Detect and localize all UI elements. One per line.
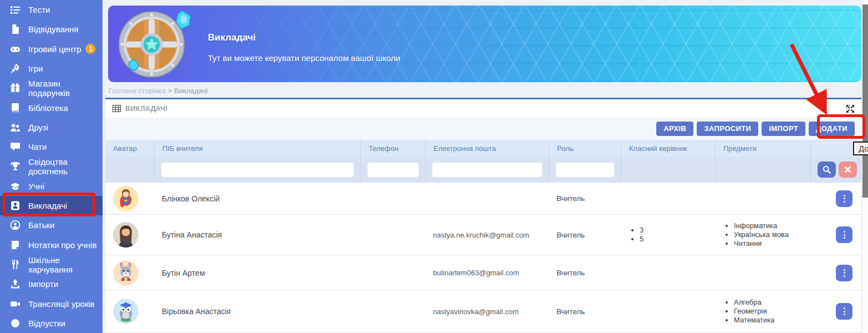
- clear-filter-button[interactable]: [839, 162, 857, 178]
- avatar: [113, 186, 139, 211]
- teachers-admin-page: { "sidebar": { "items": [ { "label": "Те…: [0, 0, 868, 333]
- column-header-avatar[interactable]: Аватар: [105, 140, 154, 157]
- vertical-scrollbar[interactable]: [861, 0, 868, 333]
- row-actions-button[interactable]: [836, 265, 852, 281]
- filter-cell-avatar: [105, 157, 154, 183]
- circle-icon: [10, 318, 21, 329]
- filter-actions: [810, 157, 861, 183]
- tests-icon: [10, 4, 21, 15]
- sidebar-item-students[interactable]: Учні: [0, 176, 103, 196]
- sidebar-item-library[interactable]: Бібліотека: [0, 98, 103, 117]
- sidebar-item-parents[interactable]: Батьки: [0, 215, 103, 235]
- expand-icon[interactable]: [846, 105, 854, 113]
- row-actions-button[interactable]: [836, 226, 852, 243]
- filter-cell-subjects: [715, 157, 810, 183]
- attendance-icon: [10, 24, 21, 34]
- sidebar-item-label: Шкільне харчування: [28, 255, 103, 274]
- sidebar-item-teachers[interactable]: Викладачі: [0, 196, 103, 215]
- teacher-phone: [360, 183, 425, 214]
- breadcrumb-home-link[interactable]: Головна сторінка: [109, 87, 166, 95]
- banner-title: Викладачі: [208, 32, 256, 43]
- sidebar-item-gift-shop[interactable]: Магазин подарунків: [0, 78, 103, 98]
- book-icon: [10, 103, 21, 113]
- class-item: 5: [640, 235, 644, 244]
- avatar: [113, 299, 139, 324]
- sidebar-item-student-notes[interactable]: Нотатки про учнів: [0, 235, 103, 255]
- sidebar-item-lesson-broadcasts[interactable]: Трансляції уроків: [0, 294, 103, 313]
- table-row[interactable]: Бутін Артем butinartem063@gmail.com Вчит…: [105, 255, 861, 291]
- row-actions-button[interactable]: [836, 190, 852, 207]
- teacher-email: nastyaviriovka@gmail.com: [425, 291, 549, 332]
- subject-item: Читання: [734, 239, 789, 248]
- subject-item: Математика: [734, 316, 774, 325]
- row-actions-button[interactable]: [836, 303, 852, 320]
- sidebar-item-label: Чати: [28, 142, 47, 152]
- rocket-icon: [10, 63, 21, 74]
- teacher-classes: [621, 183, 715, 214]
- sidebar-item-attendance[interactable]: Відвідування: [0, 19, 103, 39]
- archive-button[interactable]: АРХІВ: [656, 122, 693, 136]
- sidebar-item-label: Викладачі: [28, 201, 67, 210]
- teacher-role: Вчитель: [549, 215, 621, 255]
- sidebar-item-label: Ігровий центр: [28, 44, 81, 54]
- column-header-name[interactable]: ПІБ вчителя: [154, 140, 360, 157]
- chat-icon: [10, 142, 21, 152]
- scrollbar-thumb[interactable]: [862, 4, 868, 198]
- teacher-classes: [621, 255, 715, 290]
- sidebar-item-games[interactable]: Ігри: [0, 59, 103, 78]
- breadcrumb-separator: >: [168, 87, 172, 95]
- video-camera-icon: [10, 299, 21, 309]
- table-header-row: Аватар ПІБ вчителя Телефон Електронна по…: [105, 140, 861, 157]
- teacher-email: butinartem063@gmail.com: [425, 255, 549, 290]
- add-button[interactable]: ДОДАТИ: [809, 122, 855, 136]
- sidebar-item-label: Свідоцтва досягнень: [28, 157, 103, 176]
- column-header-email[interactable]: Електронна пошта: [425, 140, 549, 157]
- sidebar-item-tests[interactable]: Тести: [0, 0, 103, 19]
- table-row[interactable]: Блінков Олексій Вчитель: [105, 183, 861, 215]
- close-icon: [845, 167, 851, 173]
- sidebar-item-vacations[interactable]: Відпустки: [0, 314, 103, 333]
- invite-button[interactable]: ЗАПРОСИТИ: [697, 122, 758, 136]
- search-icon: [823, 165, 831, 174]
- sidebar-item-friends[interactable]: Друзі: [0, 118, 103, 137]
- avatar: [113, 260, 139, 286]
- table-row[interactable]: Бутіна Анастасія nastya.ne.kruchik@gmail…: [105, 215, 861, 255]
- upload-icon: [10, 279, 21, 289]
- sidebar-item-certificates[interactable]: Свідоцтва досягнень: [0, 157, 103, 176]
- column-header-phone[interactable]: Телефон: [360, 140, 425, 157]
- teacher-name: Блінков Олексій: [154, 183, 360, 214]
- sidebar-item-imports[interactable]: Імпорти: [0, 274, 103, 294]
- column-header-subjects[interactable]: Предмети: [715, 140, 810, 157]
- teacher-classes: 3 5: [621, 215, 715, 255]
- email-filter-input[interactable]: [432, 163, 542, 177]
- page-banner: Викладачі Тут ви можете керувати персона…: [108, 6, 861, 82]
- import-button[interactable]: ІМПОРТ: [762, 122, 805, 136]
- teacher-classes: [621, 291, 715, 332]
- sidebar-item-chats[interactable]: Чати: [0, 137, 103, 157]
- trophy-icon: [10, 162, 21, 172]
- teacher-name: Вірьовка Анастасія: [154, 291, 360, 332]
- graduation-cap-icon: [10, 181, 21, 191]
- banner-subtitle: Тут ви можете керувати персоналом вашої …: [208, 53, 400, 63]
- search-button[interactable]: [818, 162, 836, 178]
- table-filter-row: [105, 157, 861, 183]
- teacher-email: [425, 183, 549, 214]
- phone-filter-input[interactable]: [367, 163, 418, 177]
- subject-item: Алгебра: [734, 298, 774, 307]
- role-filter-input[interactable]: [556, 163, 614, 177]
- column-header-role[interactable]: Роль: [549, 140, 621, 157]
- sidebar-item-label: Учні: [28, 181, 44, 191]
- sidebar-item-game-center[interactable]: Ігровий центр 1: [0, 39, 103, 59]
- column-header-class-teacher[interactable]: Класний керівник: [621, 140, 715, 157]
- panel-title: ВИКЛАДАЧІ: [125, 104, 167, 113]
- sidebar-item-label: Ігри: [28, 64, 43, 73]
- sidebar-item-label: Трансляції уроків: [28, 299, 95, 309]
- table-row[interactable]: Вірьовка Анастасія nastyaviriovka@gmail.…: [105, 291, 861, 332]
- teacher-phone: [360, 215, 425, 255]
- name-filter-input[interactable]: [161, 163, 354, 177]
- class-item: 3: [640, 226, 644, 235]
- teacher-phone: [360, 255, 425, 290]
- sidebar-item-school-meals[interactable]: Шкільне харчування: [0, 255, 103, 274]
- friends-icon: [10, 122, 21, 133]
- banner-hex-pattern: [108, 6, 861, 82]
